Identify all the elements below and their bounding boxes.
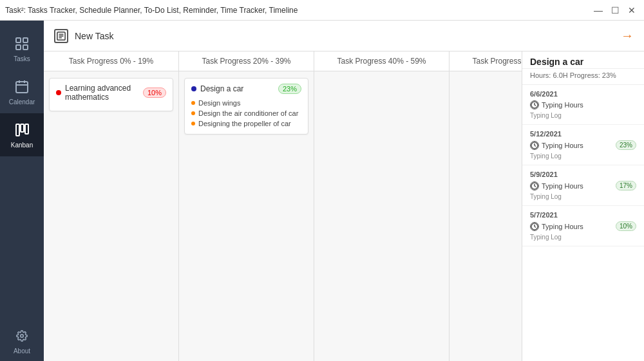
subtask-item: Designing the propeller of car <box>191 118 301 129</box>
kanban-column-2: Task Progress 40% - 59% <box>314 51 450 361</box>
svg-rect-4 <box>16 82 28 93</box>
svg-line-27 <box>535 227 536 228</box>
card-badge: 23% <box>278 84 301 94</box>
card-dot <box>191 86 196 91</box>
clock-icon <box>530 181 539 190</box>
maximize-button[interactable]: ☐ <box>608 3 622 17</box>
subtask-item: Design the air conditioner of car <box>191 108 301 118</box>
entry-clock-2: Typing Hours <box>530 181 583 190</box>
right-panel: Design a car Hours: 6.0H Progress: 23% 6… <box>522 51 644 361</box>
col-header-3: Task Progress 60% - 79% <box>450 51 522 71</box>
card-badge: 10% <box>143 88 166 98</box>
typing-log-1: Typing Log <box>530 151 636 162</box>
new-task-icon <box>54 29 68 43</box>
clock-icon <box>530 100 539 109</box>
entry-clock-0: Typing Hours <box>530 100 583 109</box>
sidebar-item-calendar[interactable]: Calendar <box>0 70 44 113</box>
task-card[interactable]: Learning advanced mathematics 10% <box>49 78 173 111</box>
panel-entry-2: 5/9/2021 Typing Hours <box>522 165 644 206</box>
subtask-text: Design wings <box>198 99 240 107</box>
progress-badge-3: 10% <box>616 221 636 231</box>
kanban-column-0: Task Progress 0% - 19% Learning advanced… <box>44 51 179 361</box>
subtask-dot <box>191 111 195 115</box>
kanban-icon <box>13 121 31 139</box>
card-dot <box>56 90 61 95</box>
entry-clock-1: Typing Hours <box>530 141 583 150</box>
typing-hours-label-3: Typing Hours <box>542 223 583 230</box>
sidebar: Tasks Calendar Kanban <box>0 21 44 361</box>
panel-entry-0: 6/6/2021 Typing Hours <box>522 85 644 125</box>
col-body-2 <box>314 71 449 361</box>
title-bar: Task²: Tasks Tracker, Schedule Planner, … <box>0 0 644 21</box>
svg-point-11 <box>21 335 24 338</box>
calendar-label: Calendar <box>9 98 35 106</box>
panel-meta: Hours: 6.0H Progress: 23% <box>522 69 644 85</box>
kanban-columns: Task Progress 0% - 19% Learning advanced… <box>44 51 522 361</box>
card-title-row: Learning advanced mathematics <box>56 84 143 102</box>
entry-row-1: Typing Hours 23% <box>530 140 636 150</box>
subtask-list: Design wings Design the air conditioner … <box>191 98 301 129</box>
task-card[interactable]: Design a car 23% Design wings <box>184 78 308 134</box>
col-body-0: Learning advanced mathematics 10% <box>44 71 178 361</box>
svg-rect-2 <box>16 45 21 50</box>
entry-date-2: 5/9/2021 <box>530 171 636 178</box>
typing-log-2: Typing Log <box>530 192 636 203</box>
progress-badge-1: 23% <box>616 140 636 150</box>
svg-rect-1 <box>23 38 28 42</box>
svg-line-24 <box>535 186 536 187</box>
sidebar-item-kanban[interactable]: Kanban <box>0 113 44 156</box>
col-header-0: Task Progress 0% - 19% <box>44 51 178 71</box>
col-body-3 <box>450 71 522 361</box>
minimize-button[interactable]: — <box>591 3 605 17</box>
clock-icon <box>530 222 539 231</box>
typing-hours-label-1: Typing Hours <box>542 142 583 149</box>
svg-line-18 <box>535 105 536 106</box>
subtask-text: Design the air conditioner of car <box>198 109 298 117</box>
typing-log-3: Typing Log <box>530 232 636 243</box>
col-header-1: Task Progress 20% - 39% <box>179 51 314 71</box>
col-header-2: Task Progress 40% - 59% <box>314 51 449 71</box>
svg-rect-8 <box>16 124 19 136</box>
tasks-label: Tasks <box>14 55 30 62</box>
card-title-row: Design a car <box>191 84 243 93</box>
svg-line-21 <box>535 145 536 147</box>
about-label: About <box>14 347 30 355</box>
kanban-label: Kanban <box>11 142 33 149</box>
svg-rect-9 <box>21 124 24 132</box>
typing-log-0: Typing Log <box>530 111 636 122</box>
card-title: Design a car <box>200 84 243 93</box>
kanban-area: Task Progress 0% - 19% Learning advanced… <box>44 51 644 361</box>
col-body-1: Design a car 23% Design wings <box>179 71 314 361</box>
tasks-icon <box>13 35 31 53</box>
typing-hours-label-2: Typing Hours <box>542 182 583 190</box>
entry-date-1: 5/12/2021 <box>530 130 636 138</box>
panel-entry-3: 5/7/2021 Typing Hours <box>522 206 644 246</box>
card-title: Learning advanced mathematics <box>65 84 143 102</box>
subtask-dot <box>191 101 195 105</box>
entry-row-2: Typing Hours 17% <box>530 181 636 190</box>
about-item[interactable]: About <box>0 320 44 361</box>
typing-hours-label-0: Typing Hours <box>542 101 583 109</box>
entry-clock-3: Typing Hours <box>530 222 583 231</box>
card-header: Learning advanced mathematics 10% <box>56 84 166 102</box>
kanban-column-1: Task Progress 20% - 39% Design a car 23% <box>179 51 314 361</box>
svg-rect-3 <box>23 45 28 50</box>
panel-entry-1: 5/12/2021 Typing Hours <box>522 125 644 165</box>
subtask-dot <box>191 122 195 125</box>
close-button[interactable]: ✕ <box>625 3 639 17</box>
app-body: Tasks Calendar Kanban <box>0 21 644 361</box>
entry-row-3: Typing Hours 10% <box>530 221 636 231</box>
entry-date-0: 6/6/2021 <box>530 90 636 98</box>
main-content: New Task → Task Progress 0% - 19% Learni… <box>44 21 644 361</box>
subtask-item: Design wings <box>191 98 301 108</box>
topbar-arrow[interactable]: → <box>621 28 634 43</box>
card-header: Design a car 23% <box>191 84 301 94</box>
entry-date-3: 5/7/2021 <box>530 211 636 219</box>
sidebar-item-tasks[interactable]: Tasks <box>0 27 44 70</box>
calendar-icon <box>13 78 31 96</box>
new-task-label: New Task <box>75 31 113 41</box>
gear-icon <box>13 327 31 345</box>
kanban-column-3: Task Progress 60% - 79% <box>450 51 522 361</box>
subtask-text: Designing the propeller of car <box>198 120 291 127</box>
svg-rect-0 <box>16 38 21 42</box>
